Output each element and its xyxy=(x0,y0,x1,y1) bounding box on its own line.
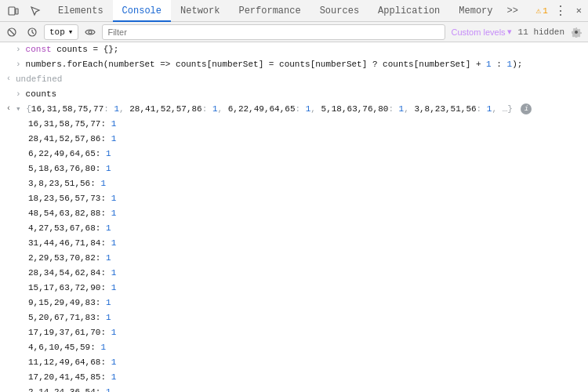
row-value: 1 xyxy=(111,209,117,218)
row-content: 5,20,67,71,83: 1 xyxy=(28,311,588,324)
row-value: 1 xyxy=(106,223,111,233)
line-arrow-3: ‹ xyxy=(6,73,16,85)
row-value: 1 xyxy=(100,179,106,188)
list-item: 17,20,41,45,85: 1 xyxy=(0,370,588,385)
row-key: 6,22,49,64,65 xyxy=(28,149,96,158)
eye-button[interactable] xyxy=(82,24,99,40)
row-content: 6,22,49,64,65: 1 xyxy=(28,147,588,160)
svg-point-7 xyxy=(89,31,92,34)
prompt-counts: › xyxy=(16,88,21,100)
console-line-2: › numbers.forEach(numberSet => counts[nu… xyxy=(0,57,588,72)
warning-badge[interactable]: ⚠ 1 xyxy=(536,5,548,16)
row-key: 28,34,54,62,84 xyxy=(28,268,100,278)
tab-network[interactable]: Network xyxy=(171,0,229,22)
row-key: 3,8,23,51,56 xyxy=(28,179,90,188)
row-content: 15,17,63,72,90: 1 xyxy=(28,281,588,294)
overflow-menu-button[interactable]: ⋮ xyxy=(551,3,570,19)
row-content: 4,6,10,45,59: 1 xyxy=(28,341,588,354)
row-value: 1 xyxy=(111,119,117,129)
var-counts: counts xyxy=(56,45,88,54)
inspect-button[interactable] xyxy=(25,2,45,20)
row-content: 48,54,63,82,88: 1 xyxy=(28,207,588,220)
svg-rect-0 xyxy=(9,7,15,15)
row-key: 2,29,53,70,82 xyxy=(28,253,96,263)
row-content: 2,14,24,36,54: 1 xyxy=(28,386,588,392)
console-line-3: ‹ undefined xyxy=(0,72,588,87)
chevron-down-icon: ▾ xyxy=(68,27,74,37)
list-item: 5,20,67,71,83: 1 xyxy=(0,310,588,325)
row-content: 3,8,23,51,56: 1 xyxy=(28,177,588,190)
context-label: top xyxy=(49,27,65,37)
list-item: 31,44,46,71,84: 1 xyxy=(0,236,588,251)
row-content: 11,12,49,64,68: 1 xyxy=(28,356,588,368)
more-tabs-button[interactable]: >> xyxy=(503,0,523,22)
row-key: 4,27,53,67,68 xyxy=(28,223,96,233)
row-key: 18,23,56,57,73 xyxy=(28,194,100,203)
line-content-counts: counts xyxy=(26,88,588,100)
console-line-1: › const counts = {}; xyxy=(0,42,588,57)
tab-elements[interactable]: Elements xyxy=(49,0,113,22)
line-content-2: numbers.forEach(numberSet => counts[numb… xyxy=(26,58,588,71)
clear-console-button[interactable] xyxy=(3,24,20,40)
list-item: 17,19,37,61,70: 1 xyxy=(0,325,588,340)
custom-levels-button[interactable]: Custom levels ▾ xyxy=(448,24,515,40)
custom-levels-label: Custom levels xyxy=(452,27,506,37)
row-key: 31,44,46,71,84 xyxy=(28,238,100,248)
list-item: 11,12,49,64,68: 1 xyxy=(0,355,588,370)
row-content: 5,18,63,76,80: 1 xyxy=(28,162,588,175)
row-value: 1 xyxy=(111,372,117,382)
tab-application[interactable]: Application xyxy=(368,0,449,22)
row-value: 1 xyxy=(111,283,117,292)
console-obj-header[interactable]: ‹ ▾ {16,31,58,75,77: 1, 28,41,52,57,86: … xyxy=(0,102,588,117)
keyword-const: const xyxy=(26,45,52,54)
list-item: 48,54,63,82,88: 1 xyxy=(0,206,588,221)
row-content: 16,31,58,75,77: 1 xyxy=(28,118,588,130)
device-toggle-button[interactable] xyxy=(3,2,24,20)
tab-memory[interactable]: Memory xyxy=(449,0,502,22)
row-key: 16,31,58,75,77 xyxy=(28,119,100,129)
row-key: 2,14,24,36,54 xyxy=(28,387,96,392)
row-value: 1 xyxy=(106,313,111,322)
settings-button[interactable] xyxy=(568,24,585,40)
filter-input[interactable] xyxy=(102,24,445,40)
console-line-counts: › counts xyxy=(0,87,588,102)
list-item: 28,34,54,62,84: 1 xyxy=(0,266,588,281)
list-item: 15,17,63,72,90: 1 xyxy=(0,281,588,296)
row-key: 17,20,41,45,85 xyxy=(28,372,100,382)
chevron-down-icon: ▾ xyxy=(507,27,512,37)
obj-summary-content: ▾ {16,31,58,75,77: 1, 28,41,52,57,86: 1,… xyxy=(16,103,588,115)
row-content: 17,20,41,45,85: 1 xyxy=(28,371,588,383)
close-devtools-button[interactable]: ✕ xyxy=(573,5,585,16)
list-item: 4,6,10,45,59: 1 xyxy=(0,340,588,355)
tab-performance[interactable]: Performance xyxy=(229,0,310,22)
list-item: 2,14,24,36,54: 1 xyxy=(0,385,588,392)
warning-count: 1 xyxy=(543,6,548,16)
expanded-rows: 16,31,58,75,77: 1 28,41,52,57,86: 1 6,22… xyxy=(0,117,588,392)
info-icon[interactable]: i xyxy=(521,103,532,114)
row-key: 4,6,10,45,59 xyxy=(28,343,90,352)
row-key: 9,15,29,49,83 xyxy=(28,298,96,307)
warning-icon: ⚠ xyxy=(536,5,542,16)
prompt-1: › xyxy=(16,43,21,56)
svg-line-6 xyxy=(32,32,34,34)
row-content: 18,23,56,57,73: 1 xyxy=(28,192,588,205)
row-value: 1 xyxy=(111,328,117,337)
list-item: 6,22,49,64,65: 1 xyxy=(0,147,588,162)
preserve-log-button[interactable] xyxy=(24,24,41,40)
context-selector[interactable]: top ▾ xyxy=(44,24,78,40)
svg-line-3 xyxy=(9,30,14,34)
row-value: 1 xyxy=(106,149,111,158)
row-key: 5,18,63,76,80 xyxy=(28,164,96,173)
tab-sources[interactable]: Sources xyxy=(310,0,368,22)
row-key: 48,54,63,82,88 xyxy=(28,209,100,218)
row-key: 28,41,52,57,86 xyxy=(28,134,100,143)
row-value: 1 xyxy=(106,253,111,263)
expand-arrow[interactable]: ‹ xyxy=(6,103,16,115)
row-value: 1 xyxy=(111,238,117,248)
tab-console[interactable]: Console xyxy=(113,0,171,22)
row-key: 17,19,37,61,70 xyxy=(28,328,100,337)
row-content: 2,29,53,70,82: 1 xyxy=(28,252,588,264)
row-content: 28,41,52,57,86: 1 xyxy=(28,132,588,145)
line-content-3: undefined xyxy=(16,73,588,85)
list-item: 5,18,63,76,80: 1 xyxy=(0,162,588,176)
